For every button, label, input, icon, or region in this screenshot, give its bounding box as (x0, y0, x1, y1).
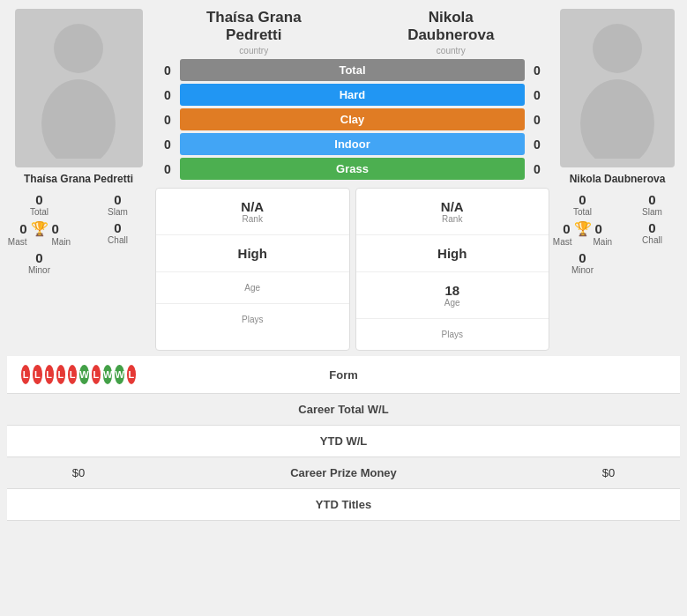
player1-slam-value: 0 (114, 192, 121, 207)
player1-total-block: 0 Total (4, 192, 75, 217)
player2-slam-block: 0 Slam (621, 192, 683, 217)
player1-title-area: Thaísa GranaPedretti country (155, 9, 353, 56)
svg-point-0 (54, 24, 103, 73)
player1-card: Thaísa Grana Pedretti 0 Total 0 Slam 0 🏆… (4, 9, 153, 351)
indoor-row: 0 Indoor 0 (155, 133, 549, 155)
player2-mast-label: Mast (553, 237, 572, 247)
player1-total-label: Total (30, 207, 49, 217)
player2-chall-value: 0 (648, 220, 655, 235)
player1-info-panel: N/A Rank High Age Plays (155, 188, 350, 351)
player2-plays-row: Plays (356, 319, 549, 350)
player2-chall-label: Chall (642, 235, 662, 245)
player1-rank-row: N/A Rank (156, 189, 349, 235)
indoor-badge: Indoor (180, 133, 525, 155)
player2-info-panel: N/A Rank High 18 Age Plays (355, 188, 550, 351)
player2-minor-value: 0 (579, 250, 586, 265)
player2-minor-label: Minor (571, 265, 594, 275)
player2-rank-row: N/A Rank (356, 189, 549, 235)
ytd-titles-label: YTD Titles (136, 498, 551, 511)
player2-mast-value: 0 (563, 221, 570, 236)
player1-chall-value: 0 (114, 220, 121, 235)
main-container: Thaísa Grana Pedretti 0 Total 0 Slam 0 🏆… (0, 0, 687, 530)
player1-title: Thaísa GranaPedretti (155, 9, 353, 44)
player1-age-label: Age (163, 283, 342, 293)
player1-mast-label: Mast (8, 237, 27, 247)
grass-badge: Grass (180, 158, 525, 180)
form-badge-w: W (103, 365, 112, 384)
total-badge: Total (180, 59, 525, 81)
clay-badge: Clay (180, 108, 525, 130)
player2-name: Nikola Daubnerova (570, 173, 666, 185)
player1-slam-block: 0 Slam (82, 192, 153, 217)
form-badge-w: W (79, 365, 88, 384)
player1-mast-value: 0 (19, 221, 26, 236)
top-area: Thaísa Grana Pedretti 0 Total 0 Slam 0 🏆… (0, 0, 687, 356)
clay-right: 0 (525, 113, 549, 127)
center-content: Thaísa GranaPedretti country NikolaDaubn… (155, 9, 549, 351)
form-badge-l: L (92, 365, 101, 384)
player2-trophy-icon: 🏆 (574, 220, 592, 237)
player1-high-value: High (163, 246, 342, 261)
player2-country: country (353, 46, 550, 56)
player1-rank-value: N/A (163, 199, 342, 214)
player2-main-value: 0 (595, 221, 602, 236)
player1-avatar (15, 9, 143, 167)
surface-rows: 0 Total 0 0 Hard 0 0 Clay 0 0 (155, 59, 549, 182)
hard-right: 0 (525, 88, 549, 102)
career-prize-row: $0 Career Prize Money $0 (7, 457, 680, 489)
player1-rank-label: Rank (163, 214, 342, 224)
form-badge-l: L (45, 365, 54, 384)
total-right: 0 (525, 63, 549, 78)
player2-rank-value: N/A (363, 199, 542, 214)
player2-mast-block: 0 🏆 0 Mast Main (551, 220, 614, 247)
bottom-section: LLLLLWLWWL Form Career Total W/L YTD W/L… (0, 356, 687, 530)
svg-point-3 (580, 79, 654, 159)
player1-plays-label: Plays (163, 315, 342, 324)
form-badge-l: L (56, 365, 65, 384)
player1-mast-block: 0 🏆 0 Mast Main (4, 220, 75, 247)
player2-plays-label: Plays (363, 330, 542, 339)
form-badges-container: LLLLLWLWWL (21, 365, 136, 384)
career-total-row: Career Total W/L (7, 394, 680, 426)
player1-chall-block: 0 Chall (82, 220, 153, 247)
player1-minor-value: 0 (35, 250, 42, 265)
player1-minor-label: Minor (28, 265, 50, 275)
form-label: Form (136, 368, 551, 382)
form-badges-left: LLLLLWLWWL (21, 365, 136, 384)
lower-panels: N/A Rank High Age Plays (155, 188, 549, 351)
player1-chall-label: Chall (108, 235, 128, 245)
grass-row: 0 Grass 0 (155, 158, 549, 180)
player2-title: NikolaDaubnerova (353, 9, 550, 44)
player1-trophy-icon: 🏆 (31, 220, 49, 237)
player2-rank-label: Rank (363, 214, 542, 224)
player2-age-value: 18 (363, 283, 542, 298)
svg-point-2 (593, 24, 642, 73)
player2-stats: 0 Total 0 Slam 0 🏆 0 Mast Main (551, 192, 683, 275)
player1-age-row: Age (156, 272, 349, 304)
form-badge-l: L (127, 365, 136, 384)
player1-country: country (155, 46, 353, 56)
career-total-label: Career Total W/L (136, 403, 551, 416)
form-badge-l: L (68, 365, 77, 384)
hard-badge: Hard (180, 84, 525, 106)
player2-total-block: 0 Total (551, 192, 614, 217)
player2-age-label: Age (363, 298, 542, 308)
total-left: 0 (155, 63, 180, 78)
player2-total-value: 0 (579, 192, 586, 207)
titles-row: Thaísa GranaPedretti country NikolaDaubn… (155, 9, 549, 56)
player1-name: Thaísa Grana Pedretti (24, 173, 133, 185)
player1-slam-label: Slam (108, 207, 128, 217)
grass-right: 0 (525, 162, 549, 176)
ytd-titles-row: YTD Titles (7, 489, 680, 521)
player2-total-label: Total (573, 207, 592, 217)
player1-main-label: Main (51, 237, 71, 247)
player2-slam-label: Slam (642, 207, 662, 217)
career-prize-right: $0 (551, 466, 666, 479)
player2-avatar (560, 9, 675, 167)
career-prize-left: $0 (21, 466, 136, 479)
player2-chall-block: 0 Chall (621, 220, 683, 247)
career-prize-label: Career Prize Money (136, 466, 551, 479)
player1-plays-row: Plays (156, 304, 349, 335)
form-badge-w: W (115, 365, 123, 384)
clay-row: 0 Clay 0 (155, 108, 549, 130)
